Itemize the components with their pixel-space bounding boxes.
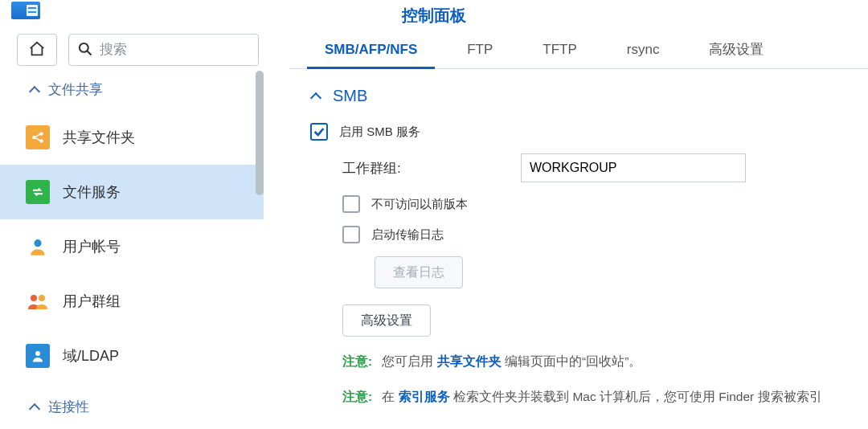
sidebar-item-file-services[interactable]: 文件服务 xyxy=(0,165,264,219)
checkbox-label: 启用 SMB 服务 xyxy=(339,125,420,140)
sidebar-item-label: 共享文件夹 xyxy=(63,128,135,147)
panel-title: SMB xyxy=(333,87,367,105)
main-panel: SMB/AFP/NFS FTP TFTP rsync 高级设置 SMB 启用 S… xyxy=(289,32,868,429)
view-log-button: 查看日志 xyxy=(375,256,463,288)
sidebar-item-label: 用户帐号 xyxy=(63,237,121,256)
note-index: 注意: 在 索引服务 检索文件夹并装载到 Mac 计算机后，您可使用 Finde… xyxy=(342,386,860,407)
tab-rsync[interactable]: rsync xyxy=(609,32,678,68)
tab-tftp[interactable]: TFTP xyxy=(525,32,595,68)
chevron-up-icon xyxy=(29,84,40,96)
link-index-service[interactable]: 索引服务 xyxy=(399,390,450,403)
checkbox-label: 启动传输日志 xyxy=(371,227,444,243)
note-recycle: 注意: 您可启用 共享文件夹 编辑页面中的“回收站”。 xyxy=(342,351,860,372)
user-icon xyxy=(26,235,50,259)
sidebar-section-connectivity[interactable]: 连接性 xyxy=(0,388,264,427)
workgroup-input[interactable] xyxy=(521,153,746,182)
home-icon xyxy=(28,40,46,60)
tab-smb-afp-nfs[interactable]: SMB/AFP/NFS xyxy=(307,32,435,68)
sidebar-item-group[interactable]: 用户群组 xyxy=(0,274,264,329)
sidebar: 文件共享 共享文件夹 文件服务 用户帐号 用户群组 xyxy=(0,71,264,429)
checkbox-enable-log[interactable] xyxy=(342,226,360,243)
svg-point-3 xyxy=(39,132,43,136)
file-services-icon xyxy=(26,180,50,204)
home-button[interactable] xyxy=(17,34,57,66)
svg-point-6 xyxy=(31,295,37,301)
workgroup-label: 工作群组: xyxy=(342,159,521,178)
checkbox-enable-smb[interactable] xyxy=(310,123,328,141)
svg-point-0 xyxy=(80,43,88,51)
svg-point-5 xyxy=(34,239,41,247)
section-label: 连接性 xyxy=(48,398,89,416)
note-label: 注意: xyxy=(342,354,372,368)
sidebar-item-label: 文件服务 xyxy=(63,182,121,202)
svg-line-1 xyxy=(88,51,92,55)
ldap-icon xyxy=(26,344,50,368)
sidebar-item-label: 用户群组 xyxy=(63,292,121,311)
tabs: SMB/AFP/NFS FTP TFTP rsync 高级设置 xyxy=(289,32,868,69)
link-shared-folder[interactable]: 共享文件夹 xyxy=(437,354,502,368)
section-label: 文件共享 xyxy=(48,80,103,99)
sidebar-section-fileshare[interactable]: 文件共享 xyxy=(0,71,264,110)
svg-point-4 xyxy=(39,139,43,143)
svg-point-8 xyxy=(35,351,40,356)
svg-point-7 xyxy=(39,295,45,301)
window-title: 控制面板 xyxy=(0,5,868,27)
checkbox-disable-prev[interactable] xyxy=(342,195,360,213)
folder-share-icon xyxy=(26,125,50,149)
group-icon xyxy=(26,289,50,313)
tab-advanced[interactable]: 高级设置 xyxy=(691,32,781,68)
sidebar-item-label: 域/LDAP xyxy=(63,346,119,366)
smb-advanced-button[interactable]: 高级设置 xyxy=(342,304,431,337)
chevron-up-icon xyxy=(29,402,40,413)
sidebar-item-user[interactable]: 用户帐号 xyxy=(0,219,264,274)
chevron-up-icon xyxy=(310,91,321,102)
checkbox-label: 不可访问以前版本 xyxy=(371,197,468,212)
search-input[interactable] xyxy=(100,42,270,58)
scrollbar[interactable] xyxy=(256,71,264,195)
tab-ftp[interactable]: FTP xyxy=(449,32,510,68)
panel-header-smb[interactable]: SMB xyxy=(310,87,860,105)
search-box[interactable] xyxy=(68,34,259,66)
sidebar-item-shared-folder[interactable]: 共享文件夹 xyxy=(0,110,264,165)
sidebar-item-domain-ldap[interactable]: 域/LDAP xyxy=(0,329,264,383)
note-label: 注意: xyxy=(342,390,372,403)
search-icon xyxy=(77,41,93,59)
